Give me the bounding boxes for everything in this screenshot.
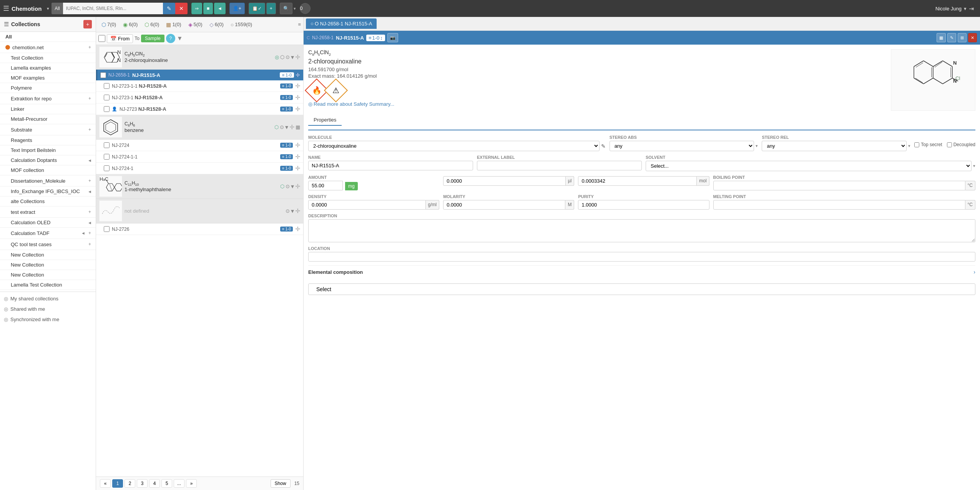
group-drag-handle[interactable]: ✛ [295,53,300,61]
molecule-edit-button[interactable]: ✎ [601,143,606,149]
sample-row-2724-1[interactable]: NJ-2724-1 ≡ 1-0 ✛ [96,163,303,174]
sample-checkbox-2723-1[interactable] [104,95,110,100]
report-button[interactable]: 📋✓ [249,3,265,14]
extraktion-add-button[interactable]: + [88,95,92,102]
dissertationen-add-button[interactable]: + [88,177,92,184]
purity-input[interactable] [578,200,709,210]
naphthalene-drag[interactable]: ✛ [295,183,300,190]
group-undefined[interactable]: not defined ⊙ ▾ ✛ [96,199,303,223]
page-4-button[interactable]: 4 [149,479,160,488]
sample-drag-2726[interactable]: ✛ [295,225,300,233]
hamburger-menu-icon[interactable]: ☰ [3,4,9,13]
qc-tool-add-button[interactable]: + [88,241,92,248]
share-button[interactable]: ◄ [214,3,226,14]
filter-arrow-button[interactable]: ▼ [177,35,183,42]
selected-group-checkbox[interactable] [100,72,106,78]
sample-drag-2723-1[interactable]: ✛ [295,94,300,101]
collections-add-button[interactable]: + [83,20,92,28]
group-chloroquinoxaline[interactable]: N N C8H5ClN2 2-chloroquinoxaline ◎ ⬡ ⊙ ▾… [96,45,303,70]
search-clear-button[interactable]: ✕ [175,3,188,14]
page-prev-button[interactable]: « [100,479,111,488]
sample-checkbox-2726[interactable] [104,226,110,232]
undefined-expand-icon[interactable]: ▾ [291,207,294,215]
sidebar-item-chemotion[interactable]: chemotion.net + [0,42,96,53]
detail-header-open-button[interactable]: ⊞ [958,33,967,42]
amount-mol2-input[interactable] [578,176,697,186]
sample-checkbox-2724-1[interactable] [104,165,110,171]
user-caret-icon[interactable]: ▾ [964,6,967,12]
stereo-rel-select[interactable]: any [762,141,907,151]
user-add-button[interactable]: 👤+ [229,3,245,14]
group-expand-icon[interactable]: ▾ [291,53,294,61]
sample-checkbox-2724-1-1[interactable] [104,154,110,160]
page-2-button[interactable]: 2 [125,479,135,488]
sample-row-2723-1[interactable]: NJ-2723-1 NJ-R1528-A ≡ 1-0 ✛ [96,92,303,103]
sidebar-item-reagents[interactable]: Reagents [0,135,96,145]
amount-input[interactable] [308,181,343,190]
app-title-caret[interactable]: ▾ [47,6,49,11]
sidebar-item-calc-oled[interactable]: Calculation OLED ◄ [0,218,96,228]
density-input[interactable] [308,200,426,210]
select-button[interactable]: Select [308,283,975,295]
test-extract-add-button[interactable]: + [88,208,92,215]
description-textarea[interactable] [308,219,975,242]
sidebar-item-dissertationen[interactable]: Dissertationen_Molekule + [0,175,96,187]
zero-button[interactable]: 0 [300,3,311,14]
page-show-button[interactable]: Show [271,479,291,488]
sidebar-item-lamella[interactable]: Lamella examples [0,63,96,73]
sidebar-item-all[interactable]: All [0,32,96,42]
group-benzene[interactable]: C6H6 benzene ⬡ ⊙ ▾ ✛ ▦ [96,115,303,140]
sidebar-item-new-collection-2[interactable]: New Collection [0,260,96,270]
search-input[interactable] [63,3,163,14]
sample-row-2723[interactable]: 👤 NJ-2723 NJ-R1528-A ≡ 1-0 ✛ [96,103,303,115]
sample-checkbox-2723-1-1[interactable] [104,83,110,89]
sidebar-item-test-collection[interactable]: Test Collection [0,53,96,63]
sidebar-item-test-extract[interactable]: test extract + [0,207,96,218]
calc-tadf-add-button[interactable]: + [88,230,92,237]
sample-row-2724[interactable]: NJ-2724 ≡ 1-0 ✛ [96,140,303,151]
move-button[interactable]: ⇒ [191,3,202,14]
detail-header-edit-button[interactable]: ✎ [947,33,956,42]
amount-unit-button[interactable]: mg [345,182,358,190]
sidebar-item-new-collection-3[interactable]: New Collection [0,270,96,280]
sidebar-item-mof-collection[interactable]: MOF collection [0,165,96,175]
tab-other[interactable]: ◇ 6(0) [206,20,227,29]
name-input[interactable]: NJ-R1515-A [308,161,473,170]
sidebar-item-alte[interactable]: alte Collections [0,197,96,207]
sample-drag-2724[interactable]: ✛ [295,142,300,149]
sample-filter-button[interactable]: Sample [141,35,164,42]
sidebar-item-substrate[interactable]: Substrate + [0,124,96,135]
boiling-point-input[interactable] [713,181,965,190]
sample-drag-2723-1-1[interactable]: ✛ [295,82,300,90]
filter-info-button[interactable]: ? [166,34,175,43]
tab-screens[interactable]: ▦ 1(0) [163,20,184,29]
sample-drag-2724-1-1[interactable]: ✛ [295,153,300,160]
chemotion-add-button[interactable]: + [88,44,92,51]
tab-research[interactable]: ◈ 5(0) [185,20,206,29]
sidebar-item-extraktion[interactable]: Extraktion for repo + [0,93,96,104]
sample-drag-2723[interactable]: ✛ [295,105,300,113]
page-next-button[interactable]: » [186,479,197,488]
sample-checkbox-2723[interactable] [104,106,110,112]
undefined-drag[interactable]: ✛ [295,207,300,215]
detail-tab-sample[interactable]: ○ O NJ-2658-1 NJ-R1515-A [306,18,377,29]
selected-group-header[interactable]: NJ-2658-1 NJ-R1515-A ≡ 1-0 ✛ [96,70,303,80]
sidebar-item-metall[interactable]: Metall-Precursor [0,114,96,124]
naphthalene-expand-icon[interactable]: ▾ [291,183,294,190]
sidebar-item-text-import[interactable]: Text Import Beilstein [0,145,96,155]
location-input[interactable] [308,252,975,262]
assign-button[interactable]: ■ [203,3,213,14]
sidebar-item-mof-examples[interactable]: MOF examples [0,73,96,83]
tab-wellplates[interactable]: ⬡ 6(0) [141,20,162,29]
detail-header-barcode-button[interactable]: ▦ [937,33,946,42]
sidebar-shared-with-me[interactable]: ◎ Shared with me [0,304,96,314]
selected-drag-icon[interactable]: ✛ [296,72,300,78]
sidebar-shared-collections[interactable]: ◎ My shared collections [0,293,96,304]
filter-checkbox[interactable] [98,35,105,42]
sample-row-2726[interactable]: NJ-2726 ≡ 1-0 ✛ [96,223,303,235]
external-label-input[interactable] [477,161,642,170]
safety-link[interactable]: ◎ Read more about Safety Summary... [308,101,883,107]
molarity-input[interactable] [443,200,565,210]
substrate-add-button[interactable]: + [88,126,92,133]
molecule-select[interactable]: 2-chloroquinoxaline [308,141,600,151]
